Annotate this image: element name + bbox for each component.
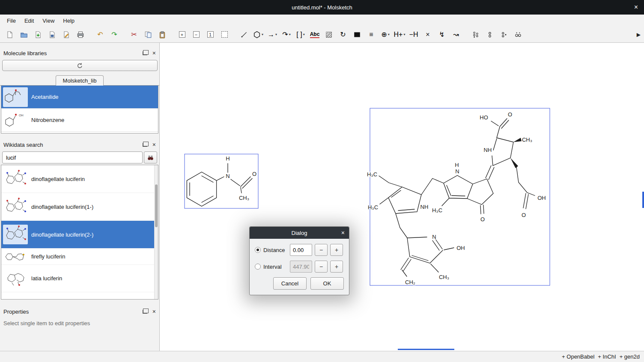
ok-button[interactable]: OK bbox=[310, 277, 344, 290]
float-panel-icon[interactable] bbox=[143, 51, 147, 55]
import-file[interactable] bbox=[32, 28, 45, 41]
interval-increment-button[interactable]: + bbox=[330, 261, 343, 273]
close-panel-icon[interactable]: × bbox=[152, 309, 156, 315]
vertical-scrollbar[interactable] bbox=[642, 192, 644, 208]
hatch-tool[interactable] bbox=[322, 28, 335, 41]
float-panel-icon[interactable] bbox=[143, 310, 147, 314]
zoom-in[interactable]: + bbox=[176, 28, 188, 41]
luciferin-molecule[interactable]: HO O NH CH₃ H N OH O H₃C H₃C NH H₃C O N … bbox=[367, 111, 546, 285]
molecule-thumbnail bbox=[3, 169, 28, 189]
paste[interactable] bbox=[156, 28, 169, 41]
electron-flow-tool-icon: ↯ bbox=[439, 31, 444, 38]
window-close-button[interactable]: × bbox=[634, 0, 638, 15]
mechanism-tool-icon: ↝ bbox=[453, 31, 459, 38]
charge-tool[interactable]: ⊕▾ bbox=[379, 28, 392, 41]
libraries-panel-header: Molecule libraries × bbox=[0, 48, 159, 58]
list-item-nitrobenzene[interactable]: OH Nitrobenzene bbox=[1, 109, 158, 132]
molecule-scene[interactable]: H N O CH₃ HO O NH CH₃ H N OH O H₃C H₃C bbox=[160, 43, 644, 351]
print[interactable] bbox=[74, 28, 87, 41]
selection-box-luciferin[interactable] bbox=[370, 108, 550, 285]
atom-pair-tool[interactable] bbox=[483, 28, 496, 41]
scrollbar-thumb[interactable] bbox=[155, 184, 158, 227]
color-swatch[interactable] bbox=[351, 28, 364, 41]
atom-label: N bbox=[432, 234, 436, 240]
dialog-close-button[interactable]: × bbox=[341, 229, 345, 236]
mechanism-tool[interactable]: ↝ bbox=[450, 28, 462, 41]
properties-panel-header: Properties × bbox=[0, 306, 159, 317]
refresh-library-button[interactable] bbox=[2, 60, 158, 71]
float-panel-icon[interactable] bbox=[143, 143, 147, 147]
cut[interactable]: ✂ bbox=[128, 28, 140, 41]
atom-label: NH bbox=[484, 147, 492, 153]
text-tool[interactable]: Abc bbox=[308, 28, 321, 41]
glasses-icon bbox=[514, 31, 522, 39]
interval-radio[interactable] bbox=[255, 264, 261, 270]
mechanism-arrow-tool[interactable]: ↷▾ bbox=[280, 28, 293, 41]
menubar: FileEditViewHelp bbox=[0, 15, 644, 27]
results-scrollbar[interactable] bbox=[154, 165, 158, 299]
close-panel-icon[interactable]: × bbox=[152, 50, 156, 56]
acetanilide-molecule[interactable]: H N O CH₃ bbox=[187, 155, 256, 206]
atom-label: O bbox=[522, 212, 526, 218]
zoom-fit[interactable] bbox=[218, 28, 231, 41]
zoom-reset[interactable]: 1 bbox=[204, 28, 217, 41]
list-item[interactable]: dinoflagellate luciferin(2-) bbox=[1, 221, 158, 249]
distance-increment-button[interactable]: + bbox=[330, 244, 343, 256]
toolbar-extension-button[interactable]: ▶ bbox=[637, 32, 641, 38]
atom-label: CH₃ bbox=[239, 195, 249, 201]
interval-input[interactable] bbox=[290, 261, 312, 273]
list-item[interactable]: dinoflagellate luciferin bbox=[1, 165, 158, 193]
ring-tool[interactable]: ▾ bbox=[252, 28, 265, 41]
atom-group-tool[interactable] bbox=[498, 28, 510, 41]
bracket-tool[interactable]: [ ]▾ bbox=[294, 28, 307, 41]
menu-file[interactable]: File bbox=[3, 16, 20, 26]
list-item[interactable]: dinoflagellate luciferin(1-) bbox=[1, 193, 158, 221]
arrow-tool[interactable]: →▾ bbox=[266, 28, 279, 41]
atom-connect-tool[interactable] bbox=[469, 28, 482, 41]
electron-flow-tool[interactable]: ↯ bbox=[435, 28, 448, 41]
copy[interactable] bbox=[142, 28, 155, 41]
tab-molsketch-lib[interactable]: Molsketch_lib bbox=[56, 75, 104, 86]
delete-tool[interactable]: × bbox=[421, 28, 434, 41]
dialog-buttons: Cancel OK bbox=[255, 277, 344, 290]
horizontal-scrollbar[interactable] bbox=[398, 349, 454, 350]
line-width-tool[interactable]: ≡ bbox=[365, 28, 378, 41]
interval-decrement-button[interactable]: − bbox=[315, 261, 328, 273]
menu-help[interactable]: Help bbox=[59, 16, 79, 26]
distance-radio[interactable] bbox=[255, 247, 261, 253]
spectacles-tool[interactable] bbox=[512, 28, 525, 41]
hatch-icon bbox=[325, 31, 333, 39]
list-item[interactable]: firefly luciferin bbox=[1, 249, 158, 265]
new-file[interactable] bbox=[3, 28, 16, 41]
wikidata-search-button[interactable] bbox=[144, 151, 157, 163]
result-label: dinoflagellate luciferin bbox=[31, 176, 85, 182]
open-file[interactable] bbox=[18, 28, 30, 41]
menu-view[interactable]: View bbox=[38, 16, 59, 26]
drawing-canvas[interactable]: H N O CH₃ HO O NH CH₃ H N OH O H₃C H₃C bbox=[160, 43, 644, 351]
interval-row: Interval − + bbox=[255, 261, 344, 273]
redo[interactable]: ↷ bbox=[108, 28, 121, 41]
draw-bond-tool[interactable] bbox=[238, 28, 250, 41]
dots-a-icon bbox=[472, 31, 480, 39]
menu-edit[interactable]: Edit bbox=[20, 16, 38, 26]
dots-c-icon bbox=[500, 31, 508, 39]
search-input[interactable] bbox=[2, 151, 143, 163]
statusbar-plugins: + OpenBabel+ InChI+ gen2d bbox=[562, 353, 640, 360]
rotate-tool[interactable]: ↻ bbox=[337, 28, 349, 41]
remove-hydrogen-tool[interactable]: −H bbox=[407, 28, 420, 41]
folder-icon bbox=[20, 31, 28, 39]
close-panel-icon[interactable]: × bbox=[152, 142, 156, 148]
zoom-out[interactable]: − bbox=[190, 28, 203, 41]
distance-input[interactable] bbox=[290, 244, 312, 256]
save-file[interactable] bbox=[46, 28, 59, 41]
list-item[interactable]: latia luciferin bbox=[1, 265, 158, 292]
cancel-button[interactable]: Cancel bbox=[273, 277, 307, 290]
distance-decrement-button[interactable]: − bbox=[315, 244, 328, 256]
dropdown-arrow-icon: ▾ bbox=[303, 33, 305, 36]
add-hydrogen-tool[interactable]: H+▾ bbox=[393, 28, 406, 41]
dialog-window[interactable]: Dialog × Distance − + Interval − + bbox=[249, 226, 349, 295]
export-file[interactable] bbox=[60, 28, 73, 41]
list-item-acetanilide[interactable]: Acetanilide bbox=[1, 86, 158, 109]
undo[interactable]: ↶ bbox=[94, 28, 107, 41]
dialog-titlebar[interactable]: Dialog × bbox=[250, 227, 349, 239]
